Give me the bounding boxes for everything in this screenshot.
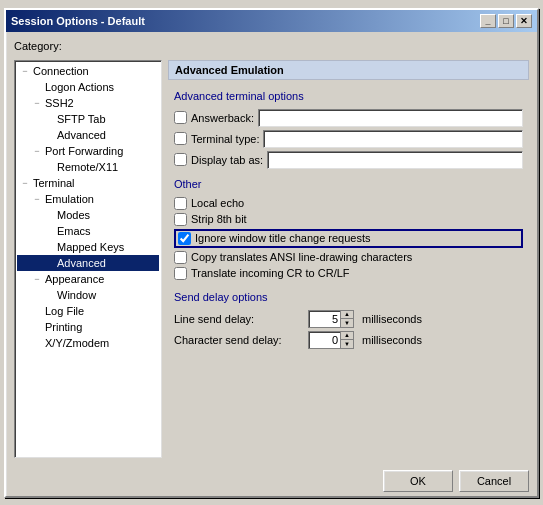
tree-item-connection[interactable]: −Connection	[17, 63, 159, 79]
delay-label-line-send-delay: Line send delay:	[174, 313, 304, 325]
tree-expander	[41, 208, 57, 222]
title-bar-buttons: _ □ ✕	[480, 14, 532, 28]
label-translate-cr: Translate incoming CR to CR/LF	[191, 267, 350, 279]
tree-expander: −	[29, 192, 45, 206]
ms-label-char-send-delay: milliseconds	[362, 334, 422, 346]
tree-label: Window	[57, 289, 96, 301]
spin-buttons-line-send-delay: ▲ ▼	[340, 310, 354, 328]
tree-item-log-file[interactable]: Log File	[17, 303, 159, 319]
tree-expander: −	[29, 144, 45, 158]
label-strip-8th-bit: Strip 8th bit	[191, 213, 247, 225]
tree-panel[interactable]: −ConnectionLogon Actions−SSH2SFTP TabAdv…	[14, 60, 162, 458]
category-label: Category:	[14, 40, 529, 52]
tree-label: Log File	[45, 305, 84, 317]
tree-item-advanced-term[interactable]: Advanced	[17, 255, 159, 271]
main-area: −ConnectionLogon Actions−SSH2SFTP TabAdv…	[14, 60, 529, 458]
tree-label: Modes	[57, 209, 90, 221]
tree-item-emulation[interactable]: −Emulation	[17, 191, 159, 207]
tree-label: Logon Actions	[45, 81, 114, 93]
minimize-button[interactable]: _	[480, 14, 496, 28]
tree-expander: −	[29, 96, 45, 110]
tree-expander	[29, 80, 45, 94]
tree-expander	[29, 304, 45, 318]
delay-row-line-send-delay: Line send delay: ▲ ▼ milliseconds	[174, 310, 523, 328]
terminal-option-row-display-tab-as: Display tab as:	[174, 151, 523, 169]
spinner-char-send-delay: ▲ ▼	[308, 331, 354, 349]
section-header: Advanced Emulation	[168, 60, 529, 80]
checkbox-local-echo[interactable]	[174, 197, 187, 210]
tree-item-terminal[interactable]: −Terminal	[17, 175, 159, 191]
main-window: Session Options - Default _ □ ✕ Category…	[4, 8, 539, 498]
label-display-tab-as: Display tab as:	[191, 154, 263, 166]
other-option-row-local-echo: Local echo	[174, 197, 523, 210]
tree-item-remote-x11[interactable]: Remote/X11	[17, 159, 159, 175]
cancel-button[interactable]: Cancel	[459, 470, 529, 492]
ms-label-line-send-delay: milliseconds	[362, 313, 422, 325]
checkbox-display-tab-as[interactable]	[174, 153, 187, 166]
tree-label: Mapped Keys	[57, 241, 124, 253]
tree-label: SFTP Tab	[57, 113, 106, 125]
tree-item-xy-zmodem[interactable]: X/Y/Zmodem	[17, 335, 159, 351]
tree-label: Emacs	[57, 225, 91, 237]
input-display-tab-as[interactable]	[267, 151, 523, 169]
tree-item-port-forwarding[interactable]: −Port Forwarding	[17, 143, 159, 159]
tree-label: Port Forwarding	[45, 145, 123, 157]
tree-label: Appearance	[45, 273, 104, 285]
right-panel: Advanced Emulation Advanced terminal opt…	[168, 60, 529, 458]
input-terminal-type[interactable]	[263, 130, 523, 148]
tree-item-ssh2[interactable]: −SSH2	[17, 95, 159, 111]
close-button[interactable]: ✕	[516, 14, 532, 28]
spin-down-line-send-delay[interactable]: ▼	[341, 319, 353, 327]
tree-expander	[41, 112, 57, 126]
other-option-row-ignore-window-title: Ignore window title change requests	[174, 229, 523, 248]
tree-expander: −	[17, 64, 33, 78]
tree-label: Advanced	[57, 129, 106, 141]
spin-up-line-send-delay[interactable]: ▲	[341, 311, 353, 320]
checkbox-translate-cr[interactable]	[174, 267, 187, 280]
checkbox-ignore-window-title[interactable]	[178, 232, 191, 245]
tree-item-emacs[interactable]: Emacs	[17, 223, 159, 239]
tree-label: X/Y/Zmodem	[45, 337, 109, 349]
tree-item-printing[interactable]: Printing	[17, 319, 159, 335]
title-bar: Session Options - Default _ □ ✕	[6, 10, 537, 32]
tree-expander	[41, 224, 57, 238]
spin-input-char-send-delay[interactable]	[308, 331, 340, 349]
delay-label-char-send-delay: Character send delay:	[174, 334, 304, 346]
tree-label: SSH2	[45, 97, 74, 109]
tree-expander	[41, 128, 57, 142]
spin-down-char-send-delay[interactable]: ▼	[341, 340, 353, 348]
other-option-row-copy-translates: Copy translates ANSI line-drawing charac…	[174, 251, 523, 264]
tree-expander	[41, 160, 57, 174]
tree-label: Terminal	[33, 177, 75, 189]
tree-expander: −	[17, 176, 33, 190]
tree-item-modes[interactable]: Modes	[17, 207, 159, 223]
other-option-row-translate-cr: Translate incoming CR to CR/LF	[174, 267, 523, 280]
tree-expander: −	[29, 272, 45, 286]
checkbox-strip-8th-bit[interactable]	[174, 213, 187, 226]
tree-item-appearance[interactable]: −Appearance	[17, 271, 159, 287]
terminal-option-row-terminal-type: Terminal type:	[174, 130, 523, 148]
tree-item-logon-actions[interactable]: Logon Actions	[17, 79, 159, 95]
tree-expander	[41, 256, 57, 270]
label-local-echo: Local echo	[191, 197, 244, 209]
input-answerback[interactable]	[258, 109, 523, 127]
ok-button[interactable]: OK	[383, 470, 453, 492]
label-answerback: Answerback:	[191, 112, 254, 124]
label-terminal-type: Terminal type:	[191, 133, 259, 145]
label-ignore-window-title: Ignore window title change requests	[195, 232, 371, 244]
checkbox-copy-translates[interactable]	[174, 251, 187, 264]
checkbox-answerback[interactable]	[174, 111, 187, 124]
tree-item-window[interactable]: Window	[17, 287, 159, 303]
tree-item-advanced-ssh[interactable]: Advanced	[17, 127, 159, 143]
checkbox-terminal-type[interactable]	[174, 132, 187, 145]
spin-buttons-char-send-delay: ▲ ▼	[340, 331, 354, 349]
tree-label: Printing	[45, 321, 82, 333]
terminal-option-row-answerback: Answerback:	[174, 109, 523, 127]
tree-expander	[41, 240, 57, 254]
tree-item-mapped-keys[interactable]: Mapped Keys	[17, 239, 159, 255]
spin-up-char-send-delay[interactable]: ▲	[341, 332, 353, 341]
maximize-button[interactable]: □	[498, 14, 514, 28]
spin-input-line-send-delay[interactable]	[308, 310, 340, 328]
tree-item-sftp-tab[interactable]: SFTP Tab	[17, 111, 159, 127]
tree-label: Emulation	[45, 193, 94, 205]
